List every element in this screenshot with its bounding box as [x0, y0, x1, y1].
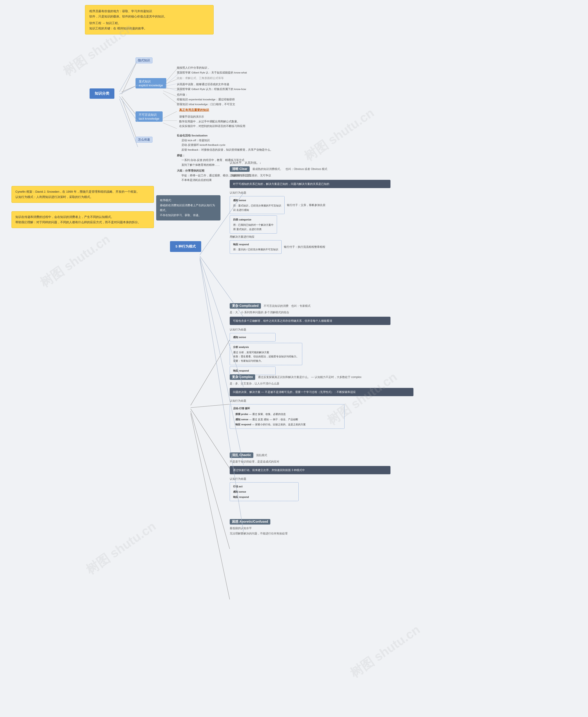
clear-info2: 也叫：Obvious 或者 Obvious 模式: [286, 167, 327, 171]
clear-theory-box: 对于可感知的关系已知的，解决方案是已知的，问题与解决方案的关系是已知的: [230, 180, 391, 188]
central-label: 知识分类: [89, 88, 114, 99]
explicit-details: 能按照人们中分享的知识， 英国哲学家 Gilbert Ryle 认：关于如实或能…: [177, 65, 247, 107]
complicated-header: 复杂 Complicated 不可言说知识的消费 也叫：专家模式: [230, 303, 551, 309]
complicated-theory-box: 可能包含多个正确解答，组件之间关系之间存在明确关系，但并非每个人都能看清: [230, 317, 391, 325]
implicit-label: 隐式知识: [135, 58, 152, 63]
clear-respond-row: 响应 respond 用：显示的 / 已经充分掌握的不可言知识 银行付子：执行流…: [230, 240, 551, 254]
clear-cognitive-label: 认知行为命题: [230, 191, 551, 195]
svg-line-12: [191, 340, 230, 405]
svg-line-0: [122, 60, 138, 94]
clear-info1: 最成熟的知识消费模式。: [252, 167, 283, 171]
mode-chaotic: 混乱 Chaotic 混乱模式 不是基于知识得处理，是是追成式的应对 通过快速行…: [230, 452, 551, 501]
cynefin-box: Cynefin 框架：David J. Snowden，在 1999 年，围饶只…: [12, 186, 154, 203]
svg-line-9: [163, 111, 177, 118]
full-page: 树图 shutu.cn 树图 shutu.cn 树图 shutu.cn 树图 s…: [0, 0, 588, 717]
clear-sense-example: 银行付子：父亲，客帐参加比卖: [287, 204, 326, 207]
complicated-cognitive-label: 认知行为命题: [230, 328, 551, 332]
implicit-knowledge-node: 隐式知识: [135, 58, 152, 63]
aporetic-info1: 最低级的认知水平: [230, 526, 459, 530]
clear-label: 清晰 Clear: [230, 166, 250, 172]
complicated-respond-box: 响应 respond: [230, 366, 276, 375]
aporetic-info2: 无法理解要解决的问题，不能进行任何有效处理: [230, 532, 459, 535]
chaotic-cognitive-label: 认知行为命题: [230, 477, 551, 481]
central-node-section1: 知识分类: [89, 88, 114, 99]
svg-line-8: [163, 93, 177, 103]
clear-desc-top: 认知水平、从高到低。↓: [230, 161, 551, 165]
complicated-respond-row: 响应 respond: [230, 366, 551, 375]
clear-sense-row: 感知 sense 用：显式知识，已经充分掌握的不可言知识 识 去进行感知 银行付…: [230, 196, 551, 214]
mode-complicated: 复杂 Complicated 不可言说知识的消费 也叫：专家模式 是：大、小 系…: [230, 303, 551, 375]
clear-categorize-row: 归类 categorize 用：已我到已知的对一个解决方案中 用 显式知识，去进…: [230, 215, 551, 233]
complex-info1: 通过反复探索真正识别和解决方案是什么。 — 认知能力不足时，大多数处于 comp…: [258, 375, 361, 379]
mode-complex: 复杂 Complex 通过反复探索真正识别和解决方案是什么。 — 认知能力不足时…: [230, 374, 551, 430]
svg-line-11: [163, 123, 177, 129]
tacit-details: 请懂手语说的演示示 数学应用题中，从过手中调配出用商解公式数量。 在实实项目中，…: [179, 114, 245, 129]
how-label: 怎么传递: [135, 136, 152, 143]
cynefin-title: Cynefin 框架：David J. Snowden，在 1999 年，围饶只…: [15, 189, 150, 194]
knowledge-box: 知识在传递和消费的过程中，会在知识的消费者上，产生不同的认知模式。 帮助我们理解…: [12, 211, 154, 228]
clear-sense-box: 感知 sense 用：显式知识，已经充分掌握的不可言知识 识 去进行感知: [230, 196, 285, 214]
chaotic-theory-box: 通过快速行动、前来建立次序、并快速回到前面 3 种模式中: [230, 466, 391, 474]
complex-cognitive-label: 认知行为命题: [230, 399, 551, 403]
complex-label: 复杂 Complex: [230, 374, 255, 380]
svg-line-13: [191, 404, 230, 408]
complex-info2: 是：多、交叉复杂，让人分不清什么么器: [230, 382, 551, 386]
chaotic-header: 混乱 Chaotic 混乱模式: [230, 452, 551, 458]
mode-aporetic: 困惑 Aporetic/Confused 最低级的认知水平 无法理解要解决的问题…: [230, 519, 459, 535]
clear-respond-example: 银行付子：执行流流程程整章程程: [284, 245, 325, 249]
complicated-analysis-row: 分析 analysis 通过 分析，发现可能的解决方案 依靠：需生看看、综合的想…: [230, 343, 551, 365]
top-line3: 软件工程 → 知识工程。: [89, 21, 209, 26]
mode-clear: 认知水平、从高到低。↓ 清晰 Clear 最成熟的知识消费模式。 也叫：Obvi…: [230, 161, 551, 255]
structural-box: 有序模式: 基础的在消费知识后消费者上产生的认知行为模式。 不存在知识的学习、获…: [156, 195, 220, 220]
tacit-important-node: 真正有用且重要的知识: [179, 108, 209, 112]
watermark-3: 树图 shutu.cn: [37, 231, 113, 291]
tacit-label: 不可言说知识tacit knowledge: [135, 111, 163, 122]
chaotic-steps-box: 行动 act 感知 sense 响应 respond: [230, 482, 299, 501]
knowledge-line2: 帮助我们理解：对于同样的问题，不同的人都有什么样的应应方式，而不是对问题本身的拆…: [15, 219, 150, 225]
aporetic-label: 困惑 Aporetic/Confused: [230, 519, 270, 525]
cynefin-sub: 认知行为模式：人利用知识进行决策时，采取的行为模式。: [15, 194, 150, 199]
aporetic-header: 困惑 Aporetic/Confused: [230, 519, 459, 525]
complicated-info1: 不可言说知识的消费: [264, 304, 289, 308]
tacit-knowledge-node: 不可言说知识tacit knowledge: [135, 111, 163, 122]
complex-theory-box: 问题的决策、解决方案 — 不是被不是清晰可见的，需要一个学习过程（无序性式）：不…: [230, 388, 414, 396]
svg-line-15: [191, 411, 230, 549]
clear-info3: 正确答案往往是显著的、无可争议: [230, 174, 551, 177]
complicated-info3: 是：大、小 系列简单问题的 多个消解模式的组合: [230, 311, 551, 314]
central-5modes: 5 种行为模式: [170, 241, 201, 252]
chaotic-info1: 混乱模式: [256, 454, 267, 457]
clear-respond-box: 响应 respond 用：显示的 / 已经充分掌握的不可言知识: [230, 240, 281, 254]
clear-categorize-box: 归类 categorize 用：已我到已知的对一个解决方案中 用 显式知识，去进…: [230, 215, 277, 233]
complicated-analysis-box: 分析 analysis 通过 分析，发现可能的解决方案 依靠：需生看看、综合的想…: [230, 343, 302, 365]
complicated-label: 复杂 Complicated: [230, 303, 261, 309]
explicit-label: 显式知识explicit knowledge: [135, 78, 166, 88]
svg-line-16: [191, 414, 230, 599]
complex-header: 复杂 Complex 通过反复探索真正识别和解决方案是什么。 — 认知能力不足时…: [230, 374, 551, 380]
watermark-2: 树图 shutu.cn: [301, 105, 378, 165]
clear-header: 清晰 Clear 最成熟的知识消费模式。 也叫：Obvious 或者 Obvio…: [230, 166, 551, 172]
complicated-sense-row: 感知 sense: [230, 333, 551, 341]
watermark-6: 树图 shutu.cn: [347, 621, 423, 682]
chaotic-label: 混乱 Chaotic: [230, 452, 253, 458]
complicated-info2: 也叫：专家模式: [291, 304, 311, 308]
watermark-5: 树图 shutu.cn: [83, 518, 160, 578]
svg-line-7: [163, 91, 177, 97]
chaotic-info2: 不是基于知识得处理，是是追成式的应对: [230, 460, 551, 464]
explicit-knowledge-node: 显式知识explicit knowledge: [135, 78, 166, 88]
complicated-sense-box: 感知 sense: [230, 333, 276, 341]
knowledge-line1: 知识在传递和消费的过程中，会在知识的消费者上，产生不同的认知模式。: [15, 214, 150, 219]
section1-mindmap: 知识分类 隐式知识 显式知识explicit knowledge 能按照人们中分…: [12, 30, 310, 159]
clear-respond-action: 用解决方案进行响应: [230, 235, 551, 239]
top-line1: 程序员最有价值的地方：获取、学习并传递知识: [89, 8, 209, 14]
how-to-transfer-node: 怎么传递: [135, 136, 152, 143]
top-line2: 软件，只是知识的载体。软件的核心价值点是其中的知识。: [89, 14, 209, 19]
5modes-label: 5 种行为模式: [170, 241, 201, 252]
svg-line-14: [191, 409, 230, 468]
tacit-important-label: 真正有用且重要的知识: [179, 108, 209, 112]
complex-cycle-box: 启动-行情 循环 探索 probe — 通过 探索、收集、必要的信息 感知 se…: [230, 404, 344, 429]
